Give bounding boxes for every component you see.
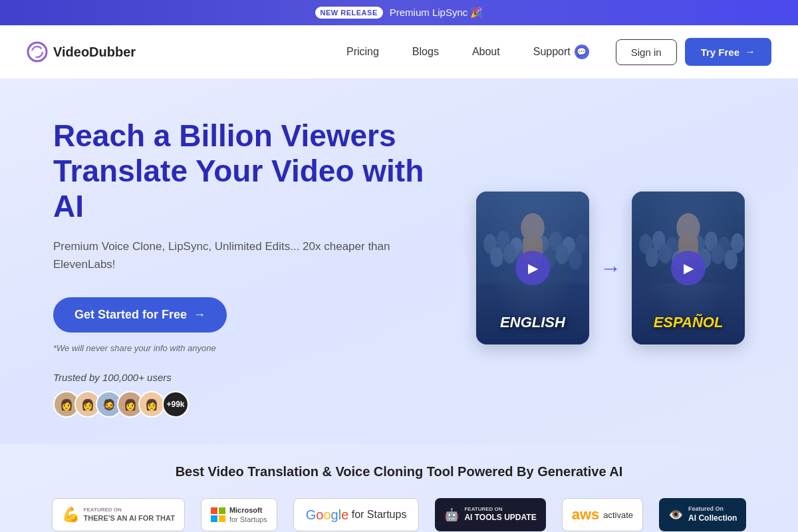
taaft-badge: 💪 FEATURED ON THERE'S AN AI FOR THAT: [52, 498, 185, 531]
play-button-english[interactable]: ▶: [515, 251, 550, 285]
svg-point-11: [490, 247, 503, 267]
aws-badge: aws activate: [562, 498, 643, 531]
hero-right: ▶ ENGLISH →: [476, 192, 745, 344]
play-button-espanol[interactable]: ▶: [671, 251, 706, 285]
ai-tools-badge: 🤖 FEATURED ON AI TOOLS UPDATE: [435, 498, 545, 531]
arm-icon: 💪: [62, 506, 80, 523]
svg-point-0: [28, 43, 47, 61]
try-free-button[interactable]: Try Free →: [685, 38, 771, 66]
hero-section: Reach a Billion Viewers Translate Your V…: [0, 78, 798, 444]
privacy-note: *We will never share your info with anyo…: [53, 343, 426, 353]
tagline: Best Video Translation & Voice Cloning T…: [27, 464, 771, 479]
logo-text: VideoDubber: [53, 45, 136, 60]
logos-row: 💪 FEATURED ON THERE'S AN AI FOR THAT Mic…: [27, 498, 771, 531]
avatar: 👩: [138, 391, 165, 418]
svg-point-30: [659, 244, 672, 264]
google-badge: Google for Startups: [293, 498, 420, 531]
svg-point-34: [712, 245, 725, 265]
robot-icon: 🤖: [444, 507, 459, 522]
svg-point-17: [569, 250, 582, 270]
hero-left: Reach a Billion Viewers Translate Your V…: [53, 118, 426, 418]
svg-point-35: [724, 250, 737, 270]
translation-arrow: →: [600, 256, 621, 281]
svg-rect-40: [211, 515, 217, 522]
get-started-button[interactable]: Get Started for Free →: [53, 297, 227, 332]
nav-about[interactable]: About: [472, 46, 500, 57]
avatar-count: +99k: [162, 391, 189, 418]
google-text: Google: [306, 507, 349, 523]
microsoft-icon: [211, 507, 225, 522]
svg-point-1: [32, 47, 43, 57]
aws-icon: aws: [572, 506, 600, 523]
logo-icon: [27, 41, 48, 63]
eye-icon: 👁️: [668, 507, 683, 522]
discord-icon: 💬: [575, 45, 589, 59]
hero-subtitle: Premium Voice Clone, LipSync, Unlimited …: [53, 237, 426, 273]
svg-point-29: [646, 247, 659, 267]
bottom-section: Best Video Translation & Voice Cloning T…: [0, 444, 798, 532]
nav-links: Pricing Blogs About Support 💬: [346, 45, 589, 59]
top-banner: NEW RELEASE Premium LipSync 🎉: [0, 0, 798, 25]
nav-blogs[interactable]: Blogs: [412, 46, 439, 57]
microsoft-badge: Microsoft for Startups: [201, 498, 277, 531]
video-espanol-label: ESPAÑOL: [654, 314, 724, 331]
svg-rect-39: [219, 507, 225, 514]
video-english: ▶ ENGLISH: [476, 192, 589, 344]
arrow-icon: →: [745, 46, 755, 58]
svg-point-12: [503, 244, 517, 264]
nav-pricing[interactable]: Pricing: [346, 46, 379, 57]
svg-point-28: [731, 233, 744, 253]
arrow-icon: →: [194, 308, 205, 322]
svg-point-10: [575, 233, 589, 253]
svg-rect-38: [211, 507, 217, 514]
avatars-row: 👩 👩 🧔 👩 👩 +99k: [53, 391, 426, 418]
banner-text: Premium LipSync 🎉: [390, 7, 483, 19]
svg-rect-41: [219, 515, 225, 522]
svg-point-16: [556, 245, 569, 265]
video-english-label: ENGLISH: [500, 314, 565, 331]
logo[interactable]: VideoDubber: [27, 41, 136, 63]
video-espanol: ▶ ESPAÑOL: [632, 192, 745, 344]
new-release-badge: NEW RELEASE: [315, 7, 383, 19]
navbar: VideoDubber Pricing Blogs About Support …: [0, 25, 798, 78]
signin-button[interactable]: Sign in: [616, 39, 677, 65]
trusted-text: Trusted by 100,000+ users: [53, 372, 426, 383]
ai-collection-badge: 👁️ Featured On AI Collection: [659, 498, 746, 531]
nav-support[interactable]: Support 💬: [533, 45, 589, 59]
hero-title: Reach a Billion Viewers Translate Your V…: [53, 118, 426, 224]
